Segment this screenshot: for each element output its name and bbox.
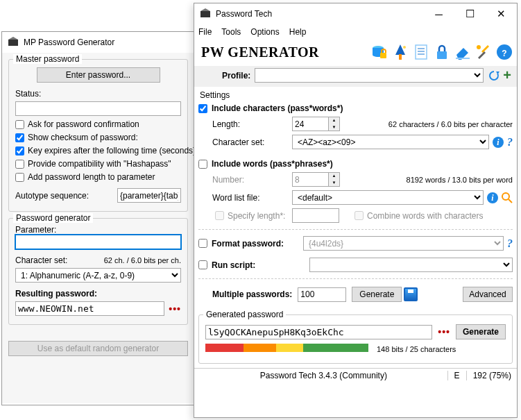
include-words-label: Include words (pass*phrases*) bbox=[212, 159, 333, 169]
window-content: Master password Enter password... Status… bbox=[2, 53, 194, 403]
length-field[interactable] bbox=[292, 117, 328, 131]
number-spinner[interactable]: ▲▼ bbox=[328, 172, 340, 187]
title-bar[interactable]: Password Tech ─ ☐ ✕ bbox=[194, 3, 517, 24]
title-bar[interactable]: MP Password Generator bbox=[2, 32, 194, 53]
generated-field[interactable] bbox=[205, 325, 432, 339]
header-toolbar: PW GENERATOR ? bbox=[194, 40, 517, 66]
show-checksum-label: Show checksum of password: bbox=[28, 133, 138, 142]
autotype-label: Autotype sequence: bbox=[15, 191, 89, 201]
status-count: 192 (75%) bbox=[466, 371, 511, 380]
more-icon[interactable]: ••• bbox=[438, 326, 450, 337]
length-label: Length: bbox=[212, 119, 292, 129]
refresh-icon[interactable] bbox=[488, 69, 500, 82]
settings-label: Settings bbox=[198, 90, 513, 100]
length-spinner[interactable]: ▲▼ bbox=[328, 117, 340, 131]
svg-point-15 bbox=[477, 45, 481, 49]
svg-rect-14 bbox=[456, 58, 470, 59]
number-field[interactable] bbox=[292, 172, 328, 187]
addlen-label: Add password length to parameter bbox=[28, 172, 155, 182]
advanced-button[interactable]: Advanced bbox=[463, 287, 513, 302]
combine-checkbox bbox=[355, 211, 364, 220]
tools-icon[interactable] bbox=[475, 44, 492, 60]
multi-field[interactable] bbox=[298, 287, 346, 302]
help-icon[interactable]: ? bbox=[496, 44, 513, 60]
wizard-icon[interactable] bbox=[392, 44, 409, 60]
generate-button[interactable]: Generate bbox=[456, 324, 506, 339]
maximize-button[interactable]: ☐ bbox=[454, 3, 486, 24]
format-select[interactable]: {4u4l2ds} bbox=[303, 236, 504, 251]
browse-icon[interactable] bbox=[502, 192, 513, 203]
format-checkbox[interactable] bbox=[198, 239, 207, 248]
hashapass-checkbox[interactable] bbox=[15, 160, 24, 169]
save-icon[interactable] bbox=[404, 287, 418, 301]
svg-rect-7 bbox=[399, 54, 402, 60]
menu-tools[interactable]: Tools bbox=[221, 27, 241, 37]
specify-length-field[interactable] bbox=[292, 208, 339, 223]
menu-options[interactable]: Options bbox=[250, 27, 279, 37]
add-icon[interactable]: + bbox=[503, 67, 511, 83]
info-icon[interactable]: i bbox=[493, 137, 504, 148]
ask-confirm-checkbox[interactable] bbox=[15, 120, 24, 129]
menu-file[interactable]: File bbox=[198, 27, 212, 37]
addlen-checkbox[interactable] bbox=[15, 173, 24, 182]
svg-rect-9 bbox=[416, 45, 427, 59]
separator bbox=[198, 278, 513, 279]
multi-label: Multiple passwords: bbox=[212, 289, 292, 299]
svg-marker-3 bbox=[200, 8, 210, 11]
profile-label: Profile: bbox=[222, 71, 250, 81]
number-label: Number: bbox=[212, 175, 292, 185]
result-label: Resulting password: bbox=[15, 289, 97, 299]
autotype-field[interactable] bbox=[117, 188, 181, 203]
password-generator-group: Password generator Parameter: Character … bbox=[8, 218, 188, 325]
close-button[interactable]: ✕ bbox=[486, 3, 517, 24]
profile-row: Profile: + bbox=[194, 66, 517, 87]
enter-password-button[interactable]: Enter password... bbox=[37, 67, 160, 83]
generated-password-group: Generated password ••• Generate 148 bits… bbox=[198, 314, 513, 364]
profile-select[interactable] bbox=[255, 68, 484, 83]
svg-point-19 bbox=[502, 193, 509, 200]
charset-select[interactable]: 1: Alphanumeric (A-Z, a-z, 0-9) bbox=[15, 268, 181, 283]
include-words-checkbox[interactable] bbox=[198, 160, 207, 169]
result-field[interactable] bbox=[15, 301, 164, 316]
script-label: Run script: bbox=[212, 260, 255, 270]
parameter-label: Parameter: bbox=[15, 225, 56, 235]
mp-password-generator-window: MP Password Generator Master password En… bbox=[1, 31, 195, 405]
include-chars-checkbox[interactable] bbox=[198, 104, 207, 113]
hashapass-label: Provide compatibility with "Hashapass" bbox=[28, 159, 171, 169]
parameter-field[interactable] bbox=[15, 235, 181, 249]
menu-help[interactable]: Help bbox=[289, 27, 307, 37]
svg-marker-1 bbox=[8, 37, 18, 40]
status-version: Password Tech 3.4.3 (Community) bbox=[200, 371, 447, 380]
key-expires-label: Key expires after the following time (se… bbox=[28, 146, 198, 156]
key-expires-checkbox[interactable] bbox=[15, 146, 24, 156]
wordlist-label: Word list file: bbox=[212, 193, 292, 203]
specify-length-label: Specify length*: bbox=[228, 211, 292, 221]
status-mode: E bbox=[447, 371, 466, 380]
script-checkbox[interactable] bbox=[198, 260, 207, 269]
wordlist-select[interactable]: <default> bbox=[292, 190, 484, 205]
document-icon[interactable] bbox=[413, 44, 429, 60]
script-select[interactable] bbox=[309, 258, 513, 272]
ask-confirm-label: Ask for password confirmation bbox=[28, 119, 139, 129]
charset-select[interactable]: <AZ><az><09> bbox=[292, 135, 489, 149]
minimize-button[interactable]: ─ bbox=[423, 3, 454, 24]
info-icon[interactable]: i bbox=[487, 192, 498, 203]
window-title: Password Tech bbox=[216, 9, 423, 19]
length-info: 62 characters / 6.0 bits per character bbox=[388, 120, 513, 128]
eraser-icon[interactable] bbox=[454, 44, 471, 60]
generate-multi-button[interactable]: Generate bbox=[352, 287, 402, 302]
charset-info: 62 ch. / 6.0 bits per ch. bbox=[104, 256, 181, 264]
show-checksum-checkbox[interactable] bbox=[15, 133, 24, 142]
window-controls: ─ ☐ ✕ bbox=[423, 3, 517, 24]
svg-rect-5 bbox=[380, 53, 386, 58]
more-icon[interactable]: ••• bbox=[169, 303, 181, 314]
help-icon[interactable]: ? bbox=[507, 136, 513, 149]
help-icon[interactable]: ? bbox=[507, 237, 513, 250]
db-lock-icon[interactable] bbox=[371, 44, 388, 60]
svg-line-20 bbox=[509, 199, 512, 203]
specify-length-checkbox bbox=[215, 211, 224, 220]
app-icon bbox=[8, 37, 19, 48]
status-field[interactable] bbox=[15, 101, 181, 116]
use-default-button[interactable]: Use as default random generator bbox=[8, 341, 188, 356]
lock-icon[interactable] bbox=[434, 44, 450, 60]
